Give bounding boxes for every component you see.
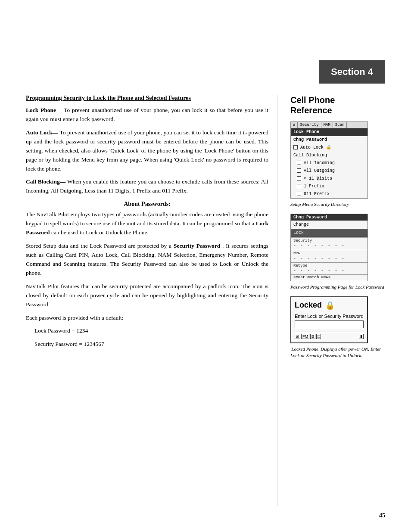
menu-auto-lock: Auto Lock 🔒 bbox=[291, 144, 367, 152]
pwd-change-row: Change bbox=[291, 221, 367, 229]
lock-default: Lock Password = 1234 bbox=[34, 327, 268, 336]
about-passwords-p2: Stored Setup data and the Lock Password … bbox=[26, 242, 268, 278]
pwd-retype-field: - - - - - - - - bbox=[291, 268, 367, 274]
pwd-retype-note: <must match New> bbox=[291, 274, 367, 281]
status-box: □ bbox=[316, 334, 321, 339]
locked-title: Locked bbox=[295, 301, 322, 310]
auto-lock-para: Auto Lock— To prevent unauthorized use o… bbox=[26, 128, 268, 174]
lock-phone-text: To prevent unauthorized use of your phon… bbox=[26, 107, 268, 122]
main-heading: Programming Security to Lock the Phone a… bbox=[26, 95, 268, 102]
menu3-caption: 'Locked Phone' Displays after power ON. … bbox=[290, 346, 385, 359]
eleven-digits-checkbox bbox=[297, 176, 301, 180]
call-blocking-term: Call Blocking— bbox=[26, 178, 65, 185]
tab-scan: Scan bbox=[333, 122, 347, 128]
menu-all-outgoing: All Outgoing bbox=[291, 167, 367, 175]
status-fm: FM bbox=[301, 334, 309, 339]
pwd-lock-row: Lock bbox=[291, 229, 367, 237]
lock-phone-term: Lock Phone— bbox=[26, 107, 62, 113]
right-column: Cell Phone Reference a Security NAM Scan… bbox=[290, 95, 385, 506]
auto-lock-term: Auto Lock— bbox=[26, 129, 58, 136]
menu-1-prefix: 1 Prefix bbox=[291, 183, 367, 190]
security-default: Security Password = 1234567 bbox=[34, 340, 268, 349]
menu1-caption: Setup Menu Security Directory bbox=[290, 201, 385, 208]
lock-icon: 🔒 bbox=[325, 301, 335, 310]
locked-field-label: Enter Lock or Security Password bbox=[295, 314, 364, 319]
auto-lock-checkbox bbox=[293, 145, 298, 149]
all-outgoing-checkbox bbox=[297, 168, 301, 173]
menu2-caption: Password Programming Page for Lock Passw… bbox=[290, 284, 385, 290]
auto-lock-text: To prevent unauthorized use of your phon… bbox=[26, 129, 268, 172]
tab-a: a bbox=[291, 122, 298, 128]
security-menu-ui: a Security NAM Scan Lock Phone Chng Pass… bbox=[290, 121, 368, 199]
menu-lock-phone: Lock Phone bbox=[291, 128, 367, 136]
menu-011-prefix: 011 Prefix bbox=[291, 190, 367, 198]
about-p1-pre: The NavTalk Pilot employs two types of p… bbox=[26, 211, 268, 227]
one-prefix-checkbox bbox=[297, 184, 301, 188]
defaults-intro: Each password is provided with a default… bbox=[26, 314, 268, 323]
pwd-security-field: - - - - - - - - bbox=[291, 243, 367, 249]
about-passwords-p1: The NavTalk Pilot employs two types of p… bbox=[26, 210, 268, 237]
about-passwords-heading: About Passwords: bbox=[26, 201, 268, 208]
locked-statusbar: al FM B □ ▮ bbox=[295, 332, 364, 339]
left-column: Programming Security to Lock the Phone a… bbox=[26, 95, 277, 506]
pwd-retype-label: Retype bbox=[291, 263, 367, 268]
zero11-prefix-checkbox bbox=[297, 192, 301, 196]
locked-header: Locked 🔒 bbox=[295, 301, 364, 310]
menu-11-digits: < 11 Disits bbox=[291, 175, 367, 183]
status-b: B bbox=[310, 334, 315, 339]
pwd-new-field: - - - - - - - - bbox=[291, 255, 367, 262]
lock-phone-para: Lock Phone— To prevent unauthorized use … bbox=[26, 106, 268, 124]
about-p1-post: can be used to Lock or Unlock the Phone. bbox=[51, 229, 149, 236]
locked-ui: Locked 🔒 Enter Lock or Security Password… bbox=[290, 296, 368, 343]
menu-tabs: a Security NAM Scan bbox=[291, 122, 367, 128]
menu-chng-password: Chng Password bbox=[291, 136, 367, 144]
locked-password-field: - - - - - - - - bbox=[295, 320, 364, 328]
about-passwords-p3: NavTalk Pilot features that can be secur… bbox=[26, 282, 268, 309]
call-blocking-para: Call Blocking— When you enable this feat… bbox=[26, 177, 268, 196]
pwd-header: Chng Password bbox=[291, 214, 367, 221]
status-signal: al bbox=[295, 334, 300, 339]
pwd-security-label: Security bbox=[291, 238, 367, 243]
security-password-term: Security Password bbox=[174, 243, 220, 249]
page-number: 45 bbox=[379, 512, 385, 519]
page-container: Programming Security to Lock the Phone a… bbox=[26, 95, 385, 506]
tab-security: Security bbox=[298, 122, 321, 128]
all-incoming-checkbox bbox=[297, 161, 301, 165]
password-ui: Chng Password Change Lock Security - - -… bbox=[290, 214, 368, 281]
tab-nam: NAM bbox=[321, 122, 333, 128]
status-bar: ▮ bbox=[359, 334, 364, 339]
pwd-new-label: New bbox=[291, 251, 367, 255]
section-banner: Section 4 bbox=[319, 60, 385, 84]
menu-all-incoming: All Incoming bbox=[291, 159, 367, 167]
menu-call-blocking-label: Call Blocking bbox=[291, 152, 367, 159]
ref-title: Cell Phone Reference bbox=[290, 95, 385, 115]
about-p2-pre: Stored Setup data and the Lock Password … bbox=[26, 243, 171, 249]
